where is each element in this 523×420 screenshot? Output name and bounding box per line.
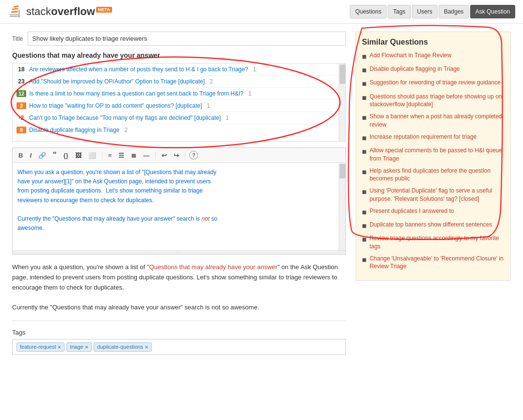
scrollbar-track[interactable] — [339, 64, 345, 141]
ul-button[interactable]: ☰ — [116, 151, 126, 160]
help-button[interactable]: ? — [189, 151, 198, 160]
similar-item: ■Disable duplicate flagging in Triage — [362, 65, 505, 75]
header: stackoverflowMETA Questions Tags Users B… — [0, 0, 523, 24]
vote-count: -2 — [16, 114, 26, 121]
nav-questions[interactable]: Questions — [350, 5, 387, 18]
link-button[interactable]: 🔗 — [36, 151, 48, 160]
editor-resizer[interactable]: · · · — [13, 250, 345, 254]
similar-link[interactable]: Help askers find duplicates before the q… — [370, 167, 505, 183]
ask-question-button[interactable]: Ask Question — [470, 5, 515, 18]
vote-count: 23 — [16, 78, 26, 85]
svg-rect-2 — [11, 11, 18, 13]
editor-content-wrapper: When you ask a question, you're shown a … — [13, 163, 345, 250]
similar-link[interactable]: Disable duplicate flagging in Triage — [370, 65, 460, 73]
similar-link[interactable]: Increase reputation requirement for tria… — [370, 133, 477, 141]
nav-buttons: Questions Tags Users Badges Ask Question — [350, 5, 515, 18]
editor-scrollbar[interactable] — [339, 163, 345, 250]
tags-label: Tags — [12, 329, 346, 336]
svg-rect-4 — [14, 5, 18, 8]
tag: triage× — [66, 342, 92, 352]
similar-link[interactable]: Present duplicates I answered to — [370, 207, 454, 215]
similar-link[interactable]: Questions should pass triage before show… — [370, 93, 505, 109]
tag: duplicate-questions× — [94, 342, 151, 352]
svg-rect-0 — [10, 16, 18, 17]
italic-button[interactable]: I — [28, 151, 33, 160]
question-link[interactable]: Is there a limit to how many times a que… — [29, 90, 244, 97]
similar-link[interactable]: Using 'Potential Duplicate' flag to serv… — [370, 187, 505, 203]
question-item: 8Disable duplicate flagging in Triage2 — [13, 124, 345, 136]
tag-close[interactable]: × — [85, 344, 89, 350]
similar-link[interactable]: Show a banner when a post has already co… — [370, 113, 505, 129]
svg-rect-5 — [18, 10, 20, 17]
answer-count: 1 — [248, 90, 252, 97]
similar-link[interactable]: Add Flowchart in Triage Review — [370, 51, 452, 60]
question-link[interactable]: Add "Should be improved by OP/Author" Op… — [29, 78, 205, 85]
image-button[interactable]: 🖼 — [73, 151, 83, 160]
scroll-area: 18Are reviewers affected when a number o… — [13, 64, 345, 141]
title-label: Title — [12, 35, 23, 42]
undo-button[interactable]: ↩ — [160, 151, 169, 160]
answer-count: 2 — [124, 127, 128, 133]
tag: feature-request× — [16, 342, 65, 352]
tag-close[interactable]: × — [58, 344, 62, 350]
preview-text: When you ask a question, you're shown a … — [12, 262, 346, 313]
toolbar-sep-1 — [102, 151, 102, 159]
redo-button[interactable]: ↪ — [172, 151, 181, 160]
similar-link[interactable]: Review triage questions accordingly to m… — [370, 234, 505, 251]
similar-link[interactable]: Allow special comments to be passed to H… — [370, 146, 505, 163]
nav-tags[interactable]: Tags — [388, 5, 410, 18]
question-link[interactable]: Are reviewers affected when a number of … — [29, 66, 248, 73]
may-answer-heading: Questions that may already have your ans… — [12, 51, 346, 59]
may-answer-list: 18Are reviewers affected when a number o… — [12, 63, 346, 142]
question-item: 12Is there a limit to how many times a q… — [13, 88, 345, 100]
similar-list: ■Add Flowchart in Triage Review■Disable … — [362, 51, 505, 271]
similar-item: ■Present duplicates I answered to — [362, 207, 505, 217]
similar-link[interactable]: Change 'Unsalvageable' to 'Recommend Clo… — [370, 255, 505, 271]
list-bullet: ■ — [362, 52, 367, 61]
answer-count: 1 — [207, 102, 211, 109]
similar-link[interactable]: Duplicate top banners show different sen… — [370, 221, 492, 229]
similar-item: ■Using 'Potential Duplicate' flag to ser… — [362, 187, 505, 203]
preview-para2: Currently the "Questions that may alread… — [12, 303, 346, 313]
svg-rect-1 — [10, 14, 18, 15]
nav-users[interactable]: Users — [412, 5, 438, 18]
tags-container: feature-request×triage×duplicate-questio… — [12, 339, 346, 355]
list-bullet: ■ — [362, 187, 367, 196]
code-button[interactable]: {} — [62, 151, 70, 160]
toolbar-sep-2 — [155, 151, 156, 159]
question-link[interactable]: Disable duplicate flagging in Triage — [29, 127, 119, 133]
indent-button[interactable]: ≣ — [129, 151, 138, 160]
vote-count: 18 — [16, 66, 26, 73]
svg-rect-3 — [12, 8, 18, 10]
right-panel: Similar Questions ■Add Flowchart in Tria… — [356, 32, 511, 355]
editor-text: When you ask a question, you're shown a … — [17, 168, 334, 250]
similar-item: ■Duplicate top banners show different se… — [362, 221, 505, 230]
ol-button[interactable]: ≡ — [106, 151, 114, 160]
question-link[interactable]: Can't go to Triage because "Too many of … — [29, 114, 221, 121]
similar-item: ■Questions should pass triage before sho… — [362, 93, 505, 109]
tag-close[interactable]: × — [145, 344, 148, 350]
similar-box: Similar Questions ■Add Flowchart in Tria… — [356, 32, 511, 281]
similar-item: ■Show a banner when a post has already c… — [362, 113, 505, 129]
answer-count: 2 — [210, 78, 213, 85]
bold-button[interactable]: B — [16, 151, 25, 160]
preview-link[interactable]: Questions that may already have your ans… — [149, 263, 277, 271]
list-bullet: ■ — [362, 65, 367, 75]
left-panel: Title Questions that may already have yo… — [12, 32, 346, 355]
list-bullet: ■ — [362, 167, 367, 177]
similar-link[interactable]: Suggestion for rewording of triage revie… — [370, 79, 501, 87]
list-bullet: ■ — [362, 235, 367, 244]
question-link[interactable]: How to triage "waiting for OP to add con… — [29, 102, 202, 109]
answer-count: 1 — [253, 66, 256, 73]
preview-para1: When you ask a question, you're shown a … — [12, 262, 346, 292]
hr-button[interactable]: — — [141, 151, 151, 160]
quote-button[interactable]: " — [51, 150, 59, 161]
nav-badges[interactable]: Badges — [439, 5, 469, 18]
logo-area: stackoverflowMETA — [8, 4, 112, 19]
block-button[interactable]: ⬜ — [86, 151, 98, 160]
editor-content[interactable]: When you ask a question, you're shown a … — [13, 163, 339, 250]
main-container: Title Questions that may already have yo… — [4, 24, 519, 363]
editor-area: B I 🔗 " {} 🖼 ⬜ ≡ ☰ ≣ — ↩ ↪ ? — [12, 147, 346, 255]
title-input[interactable] — [28, 32, 346, 46]
scrollbar-thumb — [340, 65, 345, 84]
